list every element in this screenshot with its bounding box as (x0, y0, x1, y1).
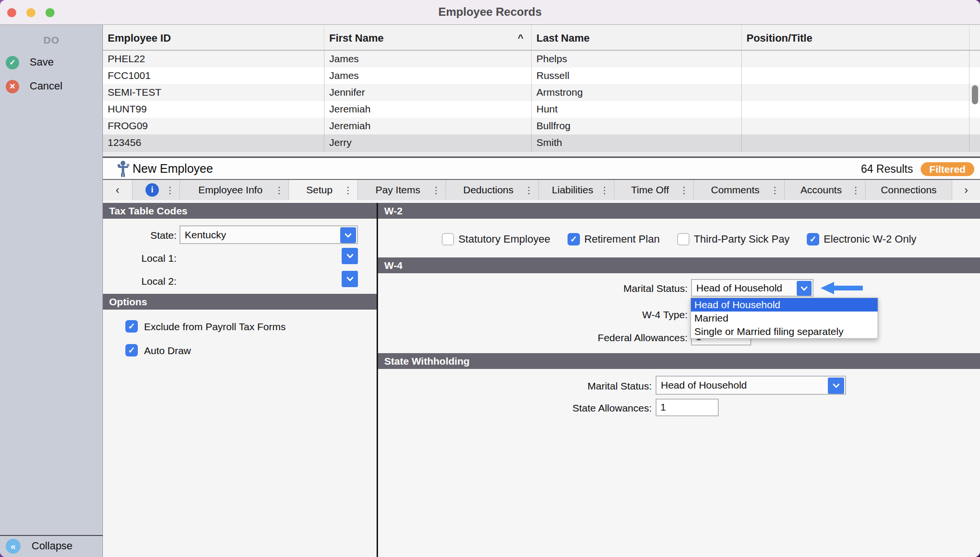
tab-info[interactable]: i ⋮ (133, 180, 180, 200)
cell-position (742, 134, 969, 151)
third-party-sick-pay-checkbox[interactable] (677, 233, 690, 245)
column-header-last-name[interactable]: Last Name (532, 25, 742, 50)
state-label: State: (150, 230, 177, 241)
tab-bar: ‹ i ⋮ Employee Info ⋮ Setup ⋮ Pay Items … (103, 180, 980, 200)
electronic-w2-option: ✓ Electronic W-2 Only (807, 233, 916, 245)
state-allowances-label: State Allowances: (572, 402, 652, 414)
sw-marital-dropdown-button[interactable] (828, 378, 844, 394)
section-header-state-withholding: State Withholding (378, 353, 980, 369)
tab-menu-icon[interactable]: ⋮ (432, 185, 441, 196)
tab-employee-info[interactable]: Employee Info ⋮ (180, 180, 289, 200)
exclude-payroll-checkbox[interactable]: ✓ (125, 320, 138, 333)
tab-time-off[interactable]: Time Off ⋮ (614, 180, 694, 200)
table-row[interactable]: HUNT99 Jeremiah Hunt (103, 101, 980, 118)
table-header-row: Employee ID First Name ^ Last Name Posit… (103, 25, 980, 51)
chevron-down-icon (801, 286, 808, 291)
column-header-first-name[interactable]: First Name ^ (324, 25, 532, 50)
column-header-employee-id[interactable]: Employee ID (103, 25, 324, 50)
section-header-w2: W-2 (378, 203, 980, 219)
tab-label: Comments (711, 184, 760, 196)
tab-scroll-left-button[interactable]: ‹ (103, 180, 133, 200)
results-count: 64 Results (861, 163, 913, 176)
table-row[interactable]: FROG09 Jeremiah Bullfrog (103, 118, 980, 134)
vertical-scrollbar-thumb[interactable] (972, 85, 978, 104)
table-row[interactable]: FCC1001 James Russell (103, 67, 980, 84)
sort-ascending-icon: ^ (518, 32, 523, 44)
tab-setup[interactable]: Setup ⋮ (289, 180, 358, 200)
tab-menu-icon[interactable]: ⋮ (166, 185, 175, 196)
tab-menu-icon[interactable]: ⋮ (344, 185, 353, 196)
state-combobox[interactable]: Kentucky (179, 225, 358, 244)
column-header-position[interactable]: Position/Title (742, 25, 969, 50)
horizontal-scrollbar-track[interactable] (103, 151, 980, 156)
cancel-label: Cancel (30, 80, 62, 92)
cell-employee-id: FROG09 (103, 118, 324, 134)
w4-marital-status-combobox[interactable]: Head of Household (691, 279, 813, 297)
close-icon: ✕ (6, 80, 19, 93)
tab-deductions[interactable]: Deductions ⋮ (446, 180, 539, 200)
auto-draw-checkbox[interactable]: ✓ (125, 344, 138, 356)
tab-menu-icon[interactable]: ⋮ (679, 185, 689, 196)
record-title: New Employee (133, 162, 213, 176)
w2-checkbox-row: Statutory Employee ✓ Retirement Plan Thi… (378, 232, 980, 246)
dropdown-option-married[interactable]: Married (691, 312, 878, 325)
chevron-down-icon (346, 277, 354, 281)
cell-first-name: Jennifer (324, 84, 532, 101)
cell-first-name: Jerry (324, 134, 532, 151)
cell-position (742, 67, 969, 84)
local2-dropdown-button[interactable] (342, 271, 358, 287)
tab-comments[interactable]: Comments ⋮ (694, 180, 785, 200)
filtered-badge[interactable]: Filtered (921, 162, 974, 176)
retirement-plan-checkbox[interactable]: ✓ (568, 233, 580, 245)
cell-employee-id: 123456 (103, 134, 324, 151)
window-title: Employee Records (0, 5, 980, 19)
tab-menu-icon[interactable]: ⋮ (275, 185, 284, 196)
tab-menu-icon[interactable]: ⋮ (600, 185, 609, 196)
tab-scroll-right-button[interactable]: › (952, 180, 980, 200)
chevron-down-icon (833, 383, 840, 388)
cell-employee-id: HUNT99 (103, 101, 324, 118)
tab-menu-icon[interactable]: ⋮ (851, 185, 860, 196)
auto-draw-label: Auto Draw (144, 345, 191, 356)
electronic-w2-label: Electronic W-2 Only (824, 233, 916, 245)
state-value: Kentucky (185, 229, 226, 241)
check-icon: ✓ (128, 321, 135, 332)
cell-position (742, 118, 969, 134)
tab-menu-icon[interactable]: ⋮ (770, 185, 780, 196)
statutory-employee-label: Statutory Employee (458, 233, 550, 245)
sw-marital-status-combobox[interactable]: Head of Household (656, 376, 846, 395)
table-row[interactable]: PHEL22 James Phelps (103, 51, 980, 67)
tab-connections[interactable]: Connections (866, 180, 952, 200)
tab-pay-items[interactable]: Pay Items ⋮ (358, 180, 446, 200)
column-header-gutter (969, 25, 980, 50)
action-sidebar: DO ✓ Save ✕ Cancel « Collapse (0, 25, 103, 557)
cell-last-name: Bullfrog (532, 118, 742, 134)
cancel-button[interactable]: ✕ Cancel (0, 79, 103, 94)
cell-last-name: Smith (532, 134, 742, 151)
app-window: Employee Records DO ✓ Save ✕ Cancel « Co… (0, 0, 980, 557)
tab-menu-icon[interactable]: ⋮ (524, 185, 534, 196)
w4-type-label: W-4 Type: (642, 309, 688, 321)
statutory-employee-checkbox[interactable] (442, 233, 454, 245)
collapse-sidebar-button[interactable]: « Collapse (0, 538, 103, 553)
tab-liabilities[interactable]: Liabilities ⋮ (539, 180, 614, 200)
save-button[interactable]: ✓ Save (0, 55, 103, 70)
local1-dropdown-button[interactable] (342, 248, 358, 264)
state-allowances-field[interactable]: 1 (656, 399, 719, 416)
tab-accounts[interactable]: Accounts ⋮ (785, 180, 866, 200)
cell-position (742, 51, 969, 67)
table-row-selected[interactable]: 123456 Jerry Smith (103, 134, 980, 151)
sidebar-header: DO (0, 34, 103, 46)
dropdown-option-head-of-household[interactable]: Head of Household (691, 298, 878, 312)
tab-label: Liabilities (552, 184, 593, 196)
dropdown-option-single[interactable]: Single or Married filing separately (691, 325, 878, 338)
chevron-down-icon (345, 233, 352, 238)
w4-marital-dropdown-button[interactable] (797, 281, 812, 296)
check-icon: ✓ (810, 234, 817, 245)
state-dropdown-button[interactable] (340, 227, 356, 243)
table-row[interactable]: SEMI-TEST Jennifer Armstrong (103, 84, 980, 101)
section-header-options: Options (103, 294, 377, 310)
tab-label: Pay Items (376, 184, 420, 196)
electronic-w2-checkbox[interactable]: ✓ (807, 233, 819, 245)
third-party-sick-pay-option: Third-Party Sick Pay (677, 233, 790, 245)
